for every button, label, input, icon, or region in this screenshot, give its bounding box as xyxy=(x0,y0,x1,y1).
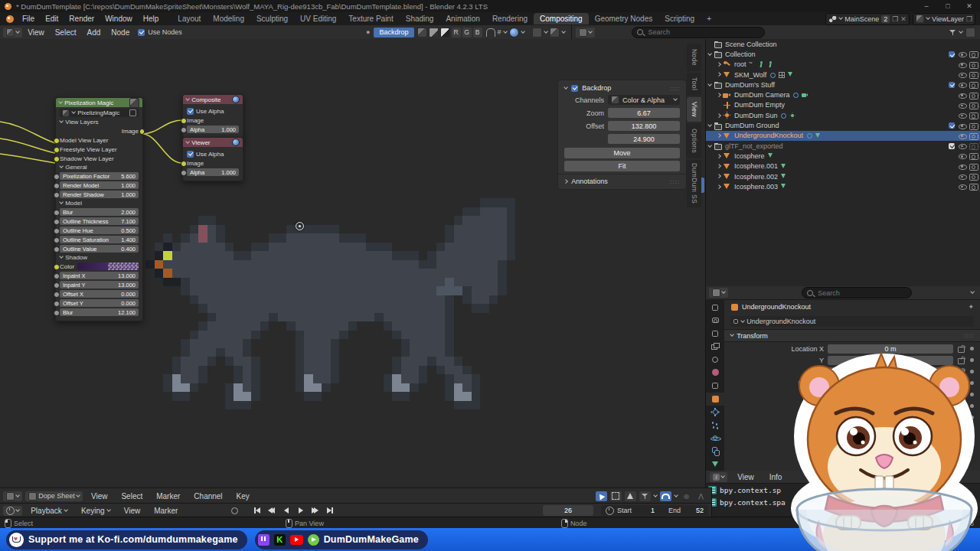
view-layer-selector[interactable]: ViewLayer ❐ xyxy=(913,13,975,25)
hide-eye-icon[interactable] xyxy=(958,111,966,119)
input-socket-icon[interactable] xyxy=(181,161,187,167)
proportional-edit-icon[interactable] xyxy=(625,491,636,501)
close-button[interactable]: ✕ xyxy=(959,2,980,10)
playback-menu[interactable]: Playback xyxy=(25,507,73,515)
outliner-row-icosphere-001[interactable]: Icosphere.001 xyxy=(706,161,980,171)
menu-help[interactable]: Help xyxy=(138,15,165,23)
tab-view-layer[interactable] xyxy=(706,340,724,353)
editor-type-button[interactable] xyxy=(3,28,22,37)
hide-eye-icon[interactable] xyxy=(958,172,966,181)
jump-to-start-icon[interactable] xyxy=(251,506,263,516)
hide-eye-icon[interactable] xyxy=(958,50,966,58)
channel-r-button[interactable]: R xyxy=(452,28,461,37)
node-composite[interactable]: Composite Use Alpha Image Alpha1.000 xyxy=(182,94,243,139)
input-shadow-view-layer[interactable]: Shadow View Layer xyxy=(60,155,139,162)
menu-render[interactable]: Render xyxy=(64,15,100,23)
channels-pill[interactable]: K DumDumMakeGame xyxy=(255,530,428,549)
section-general[interactable]: General xyxy=(60,164,139,171)
param-blur[interactable]: Blur2.000 xyxy=(60,208,139,216)
expand-icon[interactable] xyxy=(717,133,721,138)
menu-view[interactable]: View xyxy=(119,507,146,515)
outliner-search[interactable] xyxy=(632,27,765,38)
workspace-tab-scripting[interactable]: Scripting xyxy=(658,13,701,24)
menu-file[interactable]: File xyxy=(17,15,40,23)
output-image[interactable]: Image xyxy=(60,127,139,135)
input-socket-icon[interactable] xyxy=(54,228,60,234)
menu-select[interactable]: Select xyxy=(50,28,82,37)
input-socket-icon[interactable] xyxy=(54,237,60,243)
outliner-row-gltf-not-exported[interactable]: glTF_not_exported xyxy=(706,141,980,151)
offset-x-field[interactable]: 132.800 xyxy=(608,121,680,131)
offset-y-field[interactable]: 24.900 xyxy=(608,134,680,144)
outliner-row-dumdum-ground[interactable]: DumDum Ground xyxy=(706,120,980,130)
channel-alpha-icon[interactable] xyxy=(440,28,450,37)
output-socket-icon[interactable] xyxy=(139,129,145,135)
prev-keyframe-icon[interactable] xyxy=(266,506,277,516)
workspace-tab-uv-editing[interactable]: UV Editing xyxy=(294,13,342,24)
new-scene-icon[interactable]: ❐ xyxy=(892,15,898,23)
play-reverse-icon[interactable] xyxy=(280,506,292,516)
tab-world[interactable] xyxy=(706,366,724,379)
input-socket-icon[interactable] xyxy=(54,138,60,144)
jump-to-end-icon[interactable] xyxy=(324,506,335,516)
panel-grip-icon[interactable]: :::: xyxy=(670,85,680,92)
expand-icon[interactable] xyxy=(717,184,721,189)
input-image[interactable]: Image xyxy=(187,116,239,124)
outliner-options-icon[interactable] xyxy=(965,28,975,37)
render-camera-icon[interactable] xyxy=(969,173,978,180)
filter-icon[interactable] xyxy=(949,29,956,36)
expand-icon[interactable] xyxy=(717,113,721,118)
tab-object[interactable] xyxy=(706,393,724,406)
pin-icon[interactable]: ● xyxy=(366,28,370,36)
expand-icon[interactable] xyxy=(717,62,721,67)
add-workspace-button[interactable]: + xyxy=(701,13,717,24)
next-keyframe-icon[interactable] xyxy=(309,506,321,516)
maximize-button[interactable]: □ xyxy=(937,2,959,10)
param-outline-hue[interactable]: Outline Hue0.500 xyxy=(60,227,139,234)
input-socket-icon[interactable] xyxy=(54,192,60,198)
sidebar-tab-options[interactable]: Options xyxy=(687,123,701,158)
param-outline-thickness[interactable]: Outline Thickness7.100 xyxy=(60,217,139,225)
workspace-tab-compositing[interactable]: Compositing xyxy=(534,13,589,24)
outliner-row-dumdums-stuff[interactable]: DumDum's Stuff xyxy=(706,80,980,90)
outliner-row-root[interactable]: root xyxy=(706,60,980,70)
expand-icon[interactable] xyxy=(717,73,721,77)
use-alpha-toggle[interactable]: Use Alpha xyxy=(187,150,239,158)
blender-menu-icon[interactable] xyxy=(6,15,14,23)
input-socket-icon[interactable] xyxy=(54,292,60,298)
section-view-layers[interactable]: View Layers xyxy=(60,119,139,126)
input-socket-icon[interactable] xyxy=(181,118,187,124)
tree-view-icon[interactable] xyxy=(532,28,542,37)
properties-search[interactable] xyxy=(802,287,912,298)
workspace-tab-modeling[interactable]: Modeling xyxy=(207,13,250,24)
shading-sphere-icon[interactable] xyxy=(509,28,519,37)
keying-dot-icon[interactable]: ◎ xyxy=(681,491,692,501)
filter-icon[interactable] xyxy=(639,491,651,501)
hide-eye-icon[interactable] xyxy=(958,162,966,171)
channels-dropdown[interactable]: Color & Alpha xyxy=(608,95,680,105)
input-socket-icon[interactable] xyxy=(54,282,60,289)
menu-add[interactable]: Add xyxy=(81,28,106,37)
collapse-icon[interactable] xyxy=(58,99,63,104)
render-camera-icon[interactable] xyxy=(969,51,978,57)
new-view-layer-icon[interactable]: ❐ xyxy=(966,15,972,23)
hide-eye-icon[interactable] xyxy=(958,132,966,140)
workspace-tab-sculpting[interactable]: Sculpting xyxy=(250,13,294,24)
backdrop-checkbox[interactable] xyxy=(571,85,578,92)
timeline-editor-type-button[interactable] xyxy=(3,506,22,516)
use-alpha-toggle[interactable]: Use Alpha xyxy=(187,107,239,115)
param-alpha[interactable]: Alpha1.000 xyxy=(187,168,239,176)
input-freestyle-view-layer[interactable]: Freestyle View Layer xyxy=(60,145,139,153)
input-socket-icon[interactable] xyxy=(54,246,60,253)
input-socket-icon[interactable] xyxy=(54,264,60,270)
snap-icon[interactable] xyxy=(660,491,671,501)
color-swatch[interactable] xyxy=(77,262,139,270)
input-socket-icon[interactable] xyxy=(54,156,60,162)
tab-particles[interactable] xyxy=(706,419,724,432)
outliner-row-dumdum-empty[interactable]: DumDum Empty xyxy=(706,100,980,110)
use-nodes-toggle[interactable]: Use Nodes xyxy=(138,28,182,36)
image-options-icon[interactable] xyxy=(550,28,560,37)
outliner-editor-type-button[interactable] xyxy=(576,28,595,37)
input-model-view-layer[interactable]: Model View Layer xyxy=(60,136,139,144)
tab-render[interactable] xyxy=(706,314,724,327)
